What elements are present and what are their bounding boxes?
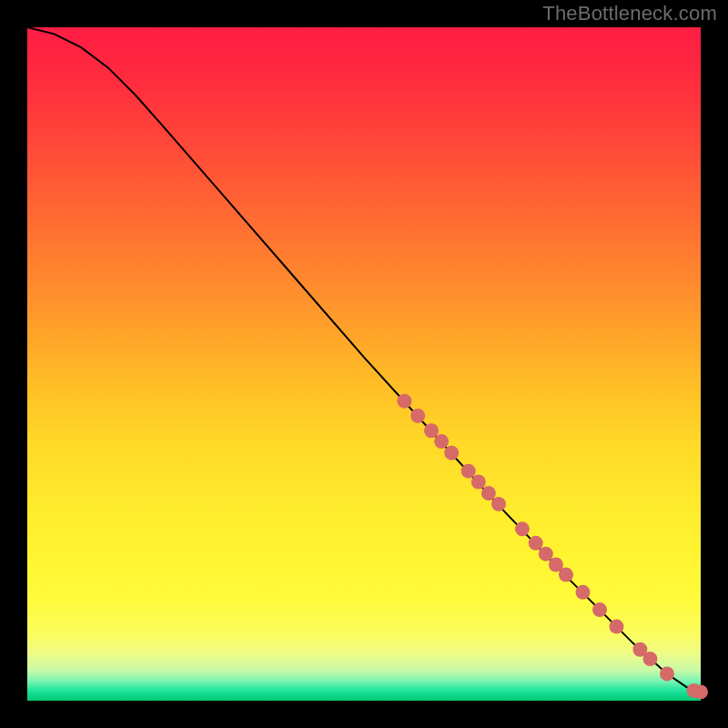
- data-marker: [481, 486, 496, 500]
- data-marker: [424, 423, 439, 438]
- data-marker: [515, 521, 530, 536]
- data-marker: [693, 684, 708, 699]
- data-marker: [434, 434, 449, 449]
- data-marker: [397, 394, 411, 409]
- data-marker: [491, 497, 506, 511]
- chart-container: TheBottleneck.com: [0, 0, 728, 728]
- data-marker: [471, 475, 486, 490]
- data-marker: [643, 652, 658, 666]
- data-marker: [576, 585, 591, 600]
- data-marker: [539, 547, 553, 561]
- data-marker: [592, 602, 607, 617]
- bottleneck-curve: [27, 27, 701, 694]
- data-marker: [410, 409, 425, 423]
- data-marker: [610, 620, 624, 634]
- plot-svg: [27, 27, 701, 701]
- data-marker: [559, 568, 573, 582]
- data-marker: [529, 536, 543, 551]
- data-marker: [461, 464, 476, 479]
- data-marker: [660, 666, 674, 681]
- watermark-text: TheBottleneck.com: [542, 2, 717, 25]
- data-marker: [444, 446, 459, 460]
- data-markers-group: [397, 394, 708, 700]
